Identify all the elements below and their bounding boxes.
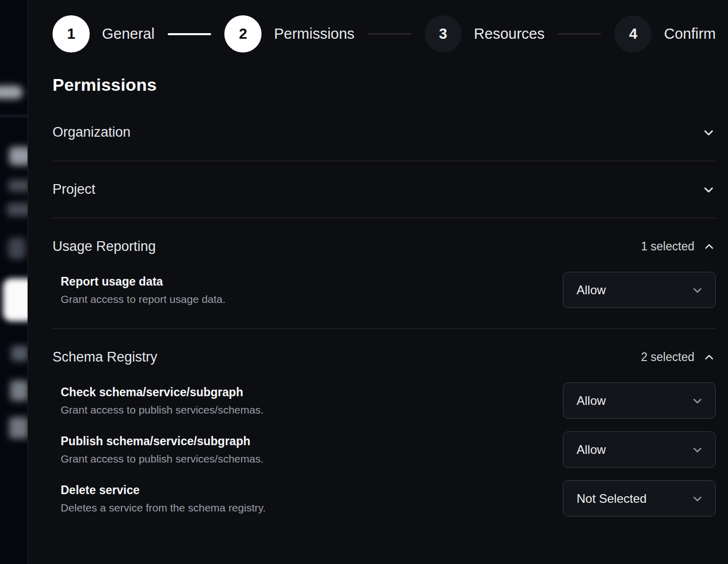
permission-select[interactable]: Allow bbox=[563, 272, 716, 308]
blurred-nav-item bbox=[9, 417, 28, 439]
permission-select-value: Allow bbox=[577, 443, 606, 457]
step-number-circle: 1 bbox=[53, 15, 90, 53]
section-header-schema-registry[interactable]: Schema Registry 2 selected bbox=[53, 349, 716, 365]
permission-select[interactable]: Allow bbox=[563, 382, 716, 419]
selected-count: 1 selected bbox=[641, 240, 694, 253]
section-header-usage-reporting[interactable]: Usage Reporting 1 selected bbox=[53, 239, 716, 254]
permission-select-value: Not Selected bbox=[577, 492, 646, 506]
blurred-text-line bbox=[7, 203, 28, 216]
section-header-right: 1 selected bbox=[641, 240, 716, 253]
permission-row-report-usage: Report usage data Grant access to report… bbox=[53, 272, 716, 308]
step-number-circle: 3 bbox=[425, 15, 462, 53]
permission-text: Publish schema/service/subgraph Grant ac… bbox=[61, 434, 264, 465]
section-title: Schema Registry bbox=[53, 349, 158, 365]
section-header-project[interactable]: Project bbox=[53, 182, 716, 197]
chevron-down-icon bbox=[701, 125, 716, 140]
step-label: General bbox=[102, 25, 154, 42]
permission-row-check-schema: Check schema/service/subgraph Grant acce… bbox=[53, 382, 716, 419]
page-title: Permissions bbox=[53, 75, 716, 95]
permission-text: Delete service Deletes a service from th… bbox=[61, 483, 266, 514]
step-connector bbox=[368, 33, 411, 35]
section-header-organization[interactable]: Organization bbox=[53, 124, 716, 140]
chevron-down-icon bbox=[691, 394, 704, 407]
section-organization: Organization bbox=[53, 95, 716, 161]
chevron-down-icon bbox=[691, 492, 704, 505]
step-connector bbox=[168, 33, 211, 35]
step-number-circle: 2 bbox=[224, 15, 262, 53]
step-number-circle: 4 bbox=[614, 15, 652, 53]
step-label: Resources bbox=[474, 25, 545, 42]
blurred-badge bbox=[0, 86, 22, 99]
permission-select-value: Allow bbox=[577, 283, 606, 297]
blurred-icon bbox=[8, 238, 25, 259]
permission-description: Grant access to publish services/schemas… bbox=[61, 453, 264, 465]
permission-text: Report usage data Grant access to report… bbox=[61, 275, 225, 305]
permission-title: Check schema/service/subgraph bbox=[61, 386, 264, 399]
section-schema-registry: Schema Registry 2 selected Check schema/… bbox=[53, 329, 716, 517]
permission-rows: Check schema/service/subgraph Grant acce… bbox=[53, 382, 716, 517]
permission-select[interactable]: Allow bbox=[563, 431, 716, 468]
permission-description: Deletes a service from the schema regist… bbox=[61, 502, 266, 514]
blurred-active-item bbox=[3, 278, 28, 321]
section-usage-reporting: Usage Reporting 1 selected Report usage … bbox=[53, 218, 716, 329]
chevron-down-icon bbox=[701, 183, 716, 197]
section-title: Usage Reporting bbox=[53, 239, 156, 254]
step-connector bbox=[558, 33, 601, 35]
permission-description: Grant access to report usage data. bbox=[61, 293, 225, 305]
section-header-right: 2 selected bbox=[641, 350, 716, 364]
step-label: Confirm bbox=[664, 25, 716, 42]
permission-select-value: Allow bbox=[577, 394, 606, 408]
permission-title: Publish schema/service/subgraph bbox=[61, 434, 264, 448]
step-confirm[interactable]: 4 Confirm bbox=[614, 15, 716, 53]
step-general[interactable]: 1 General bbox=[53, 15, 154, 53]
step-label: Permissions bbox=[274, 25, 354, 42]
chevron-down-icon bbox=[691, 443, 704, 456]
permission-row-delete-service: Delete service Deletes a service from th… bbox=[53, 480, 716, 517]
blurred-text-line bbox=[8, 180, 28, 192]
blurred-divider bbox=[0, 115, 28, 117]
permission-title: Delete service bbox=[61, 483, 266, 497]
blurred-nav-item bbox=[10, 380, 28, 401]
permission-row-publish-schema: Publish schema/service/subgraph Grant ac… bbox=[53, 431, 716, 468]
step-resources[interactable]: 3 Resources bbox=[425, 15, 545, 53]
chevron-down-icon bbox=[691, 284, 704, 297]
permission-select[interactable]: Not Selected bbox=[563, 480, 716, 517]
permission-rows: Report usage data Grant access to report… bbox=[53, 272, 716, 308]
background-sidebar bbox=[0, 0, 28, 564]
blurred-heading bbox=[9, 147, 28, 165]
permission-description: Grant access to publish services/schemas… bbox=[61, 404, 264, 416]
permission-text: Check schema/service/subgraph Grant acce… bbox=[61, 386, 264, 416]
section-project: Project bbox=[53, 161, 716, 218]
step-permissions[interactable]: 2 Permissions bbox=[224, 15, 354, 53]
selected-count: 2 selected bbox=[641, 350, 694, 364]
blurred-nav-item bbox=[11, 346, 28, 361]
permission-title: Report usage data bbox=[61, 275, 225, 289]
section-title: Organization bbox=[53, 124, 131, 140]
wizard-panel: 1 General 2 Permissions 3 Resources 4 Co… bbox=[28, 0, 728, 564]
chevron-up-icon bbox=[703, 240, 716, 253]
section-title: Project bbox=[53, 182, 95, 197]
chevron-up-icon bbox=[703, 351, 716, 364]
wizard-stepper: 1 General 2 Permissions 3 Resources 4 Co… bbox=[53, 15, 716, 53]
